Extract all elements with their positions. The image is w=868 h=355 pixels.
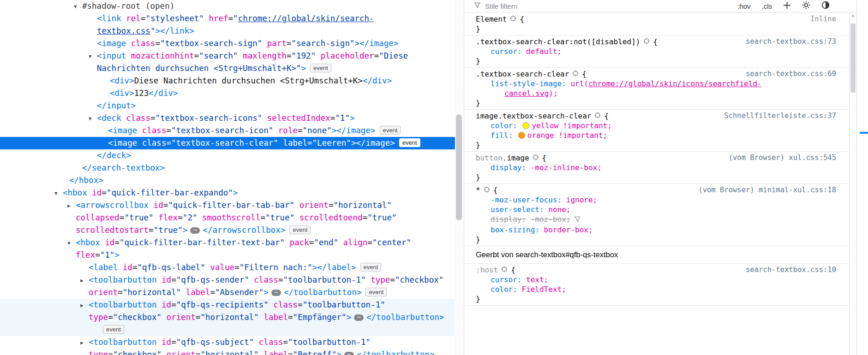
property-value[interactable]: none; — [548, 205, 570, 214]
rule-source-link[interactable]: search-textbox.css:73 — [746, 37, 836, 47]
attribute-link[interactable]: textbox.css — [97, 26, 150, 36]
twisty-open-icon[interactable]: ▼ — [54, 187, 63, 200]
url-link[interactable]: chrome://global/skin/icons/searchfield- — [588, 79, 762, 88]
property-value[interactable]: ignore; — [566, 195, 597, 204]
event-badge[interactable]: event — [103, 325, 124, 334]
css-declaration[interactable]: color: yellow !important; — [476, 121, 836, 130]
property-value[interactable]: -moz-box; — [531, 215, 571, 224]
property-name[interactable]: color: — [491, 285, 517, 294]
markup-row[interactable]: scrolledtostart="true">⋯</arrowscrollbox… — [0, 224, 455, 237]
add-rule-button[interactable] — [783, 1, 791, 11]
property-value[interactable]: border-box; — [544, 225, 593, 234]
markup-row[interactable]: collapsed="true" flex="2" smoothscroll="… — [0, 212, 455, 224]
inline-expander-icon[interactable]: ⋯ — [190, 227, 200, 234]
twisty-open-icon[interactable]: ▼ — [89, 112, 97, 125]
event-badge[interactable]: event — [310, 64, 331, 72]
markup-row[interactable]: ▼<hbox id="quick-filter-bar-filter-text-… — [0, 237, 455, 249]
css-selector[interactable]: :host — [476, 265, 498, 275]
rule-source-link[interactable]: Schnellfilterleiste.css:37 — [724, 111, 836, 121]
property-value[interactable]: orange !important; — [527, 131, 607, 140]
url-link[interactable]: cancel.svg — [504, 89, 549, 98]
rule-source-link[interactable]: (vom Browser) minimal-xul.css:18 — [698, 185, 836, 195]
markup-row[interactable]: Nachrichten durchsuchen <Strg+Umschalt+K… — [0, 62, 455, 75]
markup-row[interactable]: ▶<toolbarbutton id="qfb-qs-subject" clas… — [0, 336, 455, 349]
property-value[interactable]: yellow !important; — [532, 121, 611, 130]
markup-row[interactable]: textbox.css"></link> — [0, 25, 455, 37]
property-name[interactable]: cursor: — [491, 47, 521, 56]
markup-row[interactable]: </deck> — [0, 149, 455, 162]
property-name[interactable]: list-style-image: — [491, 79, 566, 88]
markup-row[interactable]: ▶<toolbarbutton id="qfb-qs-sender" class… — [0, 274, 455, 286]
twisty-open-icon[interactable]: ▼ — [67, 237, 76, 249]
css-declaration[interactable]: fill: orange !important; — [476, 130, 836, 140]
property-name[interactable]: display: — [491, 163, 526, 172]
rules-scrollbar[interactable]: ^ — [849, 12, 856, 355]
markup-row[interactable]: <image class="textbox-search-sign" part=… — [0, 37, 455, 50]
twisty-closed-icon[interactable]: ▶ — [67, 200, 76, 212]
markup-row[interactable]: </search-textbox> — [0, 162, 455, 174]
markup-row[interactable]: ▼<deck class="textbox-search-icons" sele… — [0, 112, 455, 124]
markup-row[interactable]: ▼#shadow-root (open) — [0, 0, 455, 12]
css-declaration[interactable]: display: -moz-inline-box; — [476, 163, 836, 172]
css-selector[interactable]: image.textbox-search-clear — [476, 111, 591, 121]
markup-row[interactable]: type="checkbox" orient="horizontal" labe… — [0, 311, 455, 324]
property-value[interactable]: -moz-inline-box; — [531, 163, 602, 172]
rule-source-link[interactable]: search-textbox.css:69 — [746, 69, 836, 79]
css-selector[interactable]: Element — [476, 14, 507, 24]
markup-row[interactable]: <image class="textbox-search-icon" role=… — [0, 124, 455, 137]
css-selector[interactable]: .textbox-search-clear:not([disabled]) — [476, 37, 640, 47]
css-selector[interactable]: button, — [476, 153, 507, 163]
markup-scrollbar[interactable] — [455, 0, 463, 355]
css-selector[interactable]: .textbox-search-clear — [476, 69, 569, 79]
filter-styles-input[interactable]: Stile filtern — [485, 2, 517, 10]
selector-highlighter-icon[interactable] — [501, 265, 508, 275]
markup-row[interactable]: type="checkbox" orient="horizontal" labe… — [0, 349, 455, 355]
markup-scrollbar-thumb[interactable] — [456, 114, 462, 220]
rule-source-link[interactable]: search-textbox.css:10 — [746, 265, 836, 275]
color-swatch[interactable] — [518, 132, 525, 139]
event-badge[interactable]: event — [289, 225, 311, 234]
property-value[interactable]: default; — [526, 47, 562, 56]
css-selector[interactable]: * — [476, 185, 480, 195]
selector-highlighter-icon[interactable] — [533, 153, 539, 163]
markup-row[interactable]: </input> — [0, 100, 455, 112]
rule-source-link[interactable]: Inline — [810, 14, 836, 24]
scrollbar-up-arrow[interactable]: ^ — [850, 13, 856, 20]
property-name[interactable]: display: — [491, 215, 526, 224]
event-badge[interactable]: event — [365, 288, 387, 296]
markup-row[interactable]: event — [0, 324, 455, 336]
markup-row[interactable]: orient="horizontal" label="Absender">⋯</… — [0, 286, 455, 299]
property-name[interactable]: user-select: — [491, 205, 544, 214]
markup-row[interactable]: </hbox> — [0, 174, 455, 187]
overridden-filter-icon[interactable] — [574, 216, 581, 225]
property-name[interactable]: color: — [491, 121, 517, 130]
rules-scrollbar-thumb[interactable] — [850, 24, 856, 93]
css-declaration[interactable]: display: -moz-box; — [476, 214, 836, 225]
css-declaration[interactable]: list-style-image: url(chrome://global/sk… — [476, 79, 836, 89]
inline-expander-icon[interactable]: ⋯ — [354, 314, 364, 321]
attribute-link[interactable]: chrome://global/skin/search- — [238, 14, 374, 23]
event-badge[interactable]: event — [380, 126, 401, 135]
css-declaration[interactable]: -moz-user-focus: ignore; — [476, 195, 836, 205]
selector-highlighter-icon[interactable] — [510, 14, 516, 24]
twisty-closed-icon[interactable]: ▶ — [80, 274, 89, 287]
property-value[interactable]: text; — [526, 275, 548, 284]
property-name[interactable]: fill: — [491, 131, 513, 140]
toggle-pseudo-classes-button[interactable]: :hov — [737, 2, 750, 10]
markup-row[interactable]: ▼<hbox id="quick-filter-bar-expando"> — [0, 187, 455, 199]
rule-source-link[interactable]: (vom Browser) xul.css:545 — [729, 153, 836, 163]
css-declaration[interactable]: cursor: text; — [476, 275, 836, 284]
markup-row[interactable]: <div>Diese Nachrichten durchsuchen <Strg… — [0, 75, 455, 87]
event-badge[interactable]: event — [399, 138, 420, 147]
inline-expander-icon[interactable]: ⋯ — [344, 352, 354, 355]
inline-expander-icon[interactable]: ⋯ — [271, 290, 281, 296]
css-declaration[interactable]: user-select: none; — [476, 205, 836, 214]
css-declaration[interactable]: box-sizing: border-box; — [476, 225, 836, 235]
property-name[interactable]: cursor: — [491, 275, 521, 284]
css-declaration-wrap[interactable]: cancel.svg); — [476, 89, 836, 98]
markup-row[interactable]: <label id="qfb-qs-label" value="Filtern … — [0, 261, 455, 274]
twisty-closed-icon[interactable]: ▶ — [80, 299, 89, 312]
property-name[interactable]: -moz-user-focus: — [491, 195, 562, 204]
css-declaration[interactable]: cursor: default; — [476, 47, 836, 56]
property-name[interactable]: box-sizing: — [491, 225, 539, 234]
